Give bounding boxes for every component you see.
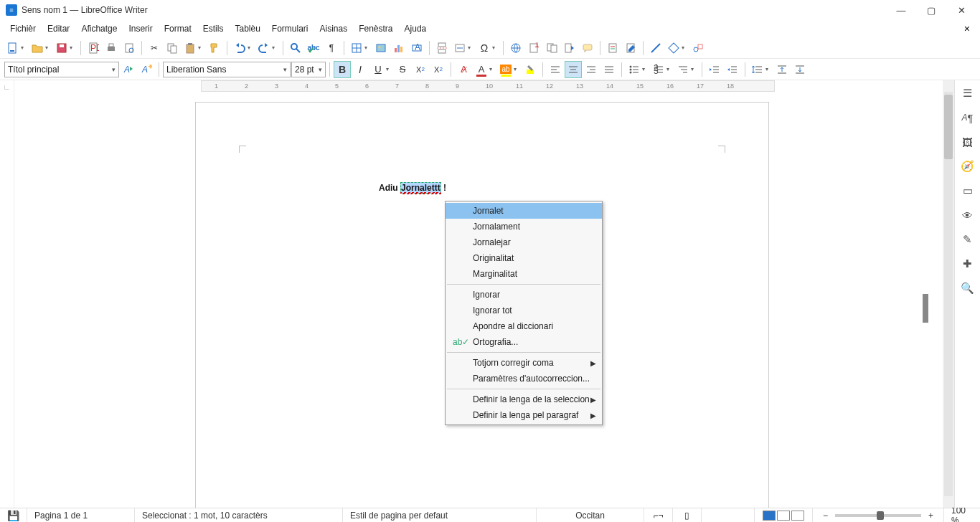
horizontal-ruler[interactable]: 123456789101112131415161718 <box>29 80 928 95</box>
menu-estils[interactable]: Estils <box>197 22 230 35</box>
zoom-slider[interactable] <box>835 514 921 517</box>
suggestion-item[interactable]: Jornalejar <box>446 234 602 250</box>
always-correct-item[interactable]: Totjorn corregir coma▶ <box>446 355 602 371</box>
scrollbar-thumb[interactable] <box>944 95 953 159</box>
insert-chart-button[interactable] <box>390 39 407 57</box>
sidebar-find-icon[interactable]: 🔍 <box>959 280 976 297</box>
sidebar-styles-icon[interactable]: A¶ <box>959 109 976 126</box>
menu-fichier[interactable]: Fichièr <box>4 22 42 35</box>
document-area[interactable]: 123456789101112131415161718 Adiu Jornale… <box>14 80 954 508</box>
insert-field-button[interactable] <box>451 39 468 57</box>
status-zoom-value[interactable]: 100 % <box>944 508 980 522</box>
zoom-out-button[interactable]: − <box>820 511 831 521</box>
symbol-dropdown[interactable]: ▾ <box>492 44 498 51</box>
status-page-style[interactable]: Estil de pagina per defaut <box>343 508 537 522</box>
view-book-button[interactable] <box>791 511 804 521</box>
view-single-button[interactable] <box>763 511 776 521</box>
update-style-button[interactable]: A <box>120 61 137 78</box>
misspelled-word[interactable]: Jornalettt <box>400 183 441 193</box>
italic-button[interactable]: I <box>352 61 369 78</box>
edit-doc-button[interactable] <box>622 39 639 57</box>
spellcheck-button[interactable]: abc✔ <box>305 39 322 57</box>
copy-button[interactable] <box>164 39 181 57</box>
insert-table-button[interactable] <box>348 39 365 57</box>
decrease-indent-button[interactable] <box>724 61 741 78</box>
maximize-button[interactable]: ▢ <box>923 5 940 16</box>
field-dropdown[interactable]: ▾ <box>468 44 473 51</box>
insert-line-button[interactable] <box>647 39 664 57</box>
bold-button[interactable]: B <box>334 61 351 78</box>
insert-hyperlink-button[interactable] <box>507 39 524 57</box>
menu-tableu[interactable]: Tablèu <box>229 22 265 35</box>
sidebar-inspector-icon[interactable]: 👁 <box>959 207 976 224</box>
find-replace-button[interactable] <box>287 39 304 57</box>
status-save-icon[interactable]: 💾 <box>0 508 27 522</box>
redo-dropdown[interactable]: ▾ <box>272 44 278 51</box>
underline-dropdown[interactable]: ▾ <box>386 66 392 72</box>
vertical-scrollbar[interactable] <box>943 80 954 508</box>
save-dropdown[interactable]: ▾ <box>70 44 75 51</box>
insert-image-button[interactable] <box>372 39 390 57</box>
autocorrect-options-item[interactable]: Paramètres d'autocorreccion... <box>446 371 602 386</box>
number-dropdown[interactable]: ▾ <box>666 66 672 72</box>
underline-button[interactable]: U <box>369 61 387 78</box>
font-size-combo[interactable]: 28 pt▾ <box>291 62 326 77</box>
close-document-button[interactable]: × <box>958 23 976 34</box>
menu-format[interactable]: Format <box>159 22 197 35</box>
status-language[interactable]: Occitan <box>537 508 644 522</box>
zoom-slider-knob[interactable] <box>877 511 884 520</box>
menu-ajuda[interactable]: Ajuda <box>399 22 433 35</box>
status-selection-mode[interactable]: ▯ <box>673 508 702 522</box>
font-color-button[interactable]: A <box>473 61 490 78</box>
print-preview-button[interactable] <box>121 39 138 57</box>
print-button[interactable] <box>103 39 120 57</box>
paste-dropdown[interactable]: ▾ <box>198 44 204 51</box>
justify-button[interactable] <box>600 61 618 78</box>
export-pdf-button[interactable]: PDF <box>85 39 102 57</box>
suggestion-item[interactable]: Jornalament <box>446 219 602 234</box>
menu-inserir[interactable]: Inserir <box>123 22 158 35</box>
new-doc-dropdown[interactable]: ▾ <box>21 44 27 51</box>
superscript-button[interactable]: X2 <box>412 61 429 78</box>
highlight-button[interactable]: ab <box>497 61 514 78</box>
open-dropdown[interactable]: ▾ <box>45 44 51 51</box>
suggestion-item[interactable]: Jornalet <box>446 203 602 219</box>
sidebar-navigator-icon[interactable]: 🧭 <box>959 158 976 175</box>
insert-bookmark-button[interactable] <box>543 39 560 57</box>
menu-editar[interactable]: Editar <box>42 22 75 35</box>
para-spacing-dec-button[interactable] <box>791 61 809 78</box>
font-name-combo[interactable]: Liberation Sans▾ <box>163 62 291 77</box>
paragraph-style-combo[interactable]: Títol principal▾ <box>4 62 119 77</box>
formatting-marks-button[interactable]: ¶ <box>323 39 340 57</box>
sidebar-accessibility-icon[interactable]: ✚ <box>959 255 976 272</box>
insert-comment-button[interactable] <box>579 39 596 57</box>
outline-dropdown[interactable]: ▾ <box>691 66 697 72</box>
table-dropdown[interactable]: ▾ <box>364 44 370 51</box>
status-insert-mode[interactable]: ⌐¬ <box>644 508 673 522</box>
sidebar-page-icon[interactable]: ▭ <box>959 182 976 199</box>
track-changes-button[interactable] <box>604 39 621 57</box>
ignore-all-item[interactable]: Ignorar tot <box>446 303 602 318</box>
add-to-dictionary-item[interactable]: Apondre al diccionari <box>446 318 602 334</box>
new-style-button[interactable]: A✦ <box>138 61 155 78</box>
paste-button[interactable] <box>182 39 199 57</box>
save-button[interactable] <box>53 39 70 57</box>
suggestion-item[interactable]: Marginalitat <box>446 266 602 282</box>
status-page[interactable]: Pagina 1 de 1 <box>27 508 135 522</box>
open-button[interactable] <box>29 39 46 57</box>
set-language-selection-item[interactable]: Definir la lenga de la seleccion▶ <box>446 392 602 407</box>
sidebar-gallery-icon[interactable]: 🖼 <box>959 133 976 151</box>
subscript-button[interactable]: X2 <box>430 61 447 78</box>
increase-indent-button[interactable] <box>706 61 723 78</box>
clone-format-button[interactable] <box>206 39 223 57</box>
spelling-item[interactable]: ab✓Ortografia... <box>446 334 602 350</box>
insert-symbol-button[interactable]: Ω <box>476 39 493 57</box>
menu-aisinas[interactable]: Aisinas <box>314 22 354 35</box>
para-spacing-inc-button[interactable] <box>773 61 791 78</box>
cut-button[interactable]: ✂ <box>146 39 163 57</box>
number-list-button[interactable]: 123 <box>650 61 667 78</box>
outline-list-button[interactable] <box>674 61 692 78</box>
char-bg-button[interactable] <box>522 61 539 78</box>
insert-textbox-button[interactable]: A <box>408 39 425 57</box>
menu-afichatge[interactable]: Afichatge <box>75 22 123 35</box>
